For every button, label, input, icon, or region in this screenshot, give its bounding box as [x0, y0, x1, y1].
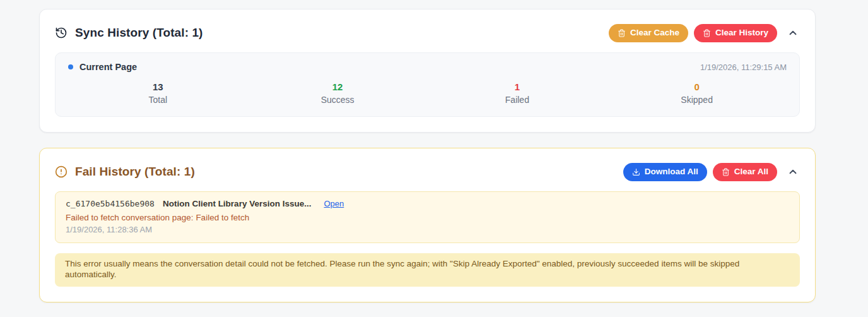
blue-dot-icon: [68, 64, 73, 69]
chevron-up-icon: [787, 166, 799, 177]
fail-history-title: Fail History (Total: 1): [75, 165, 195, 179]
fail-item: c_6170e5b4156be908 Notion Client Library…: [55, 191, 800, 243]
clear-all-label: Clear All: [734, 167, 768, 176]
collapse-sync-history-button[interactable]: [786, 26, 800, 40]
scope-indicator: Current Page: [68, 62, 137, 72]
fail-timestamp: 1/19/2026, 11:28:36 AM: [66, 225, 789, 234]
stat-total-value: 13: [68, 81, 248, 92]
clear-cache-label: Clear Cache: [630, 28, 679, 37]
clear-all-button[interactable]: Clear All: [713, 163, 777, 181]
fail-history-card: Fail History (Total: 1) Download All: [39, 148, 816, 302]
current-page-panel: Current Page 1/19/2026, 11:29:15 AM 13 T…: [55, 52, 800, 117]
sync-timestamp: 1/19/2026, 11:29:15 AM: [700, 63, 787, 72]
sync-stats-row: 13 Total 12 Success 1 Failed 0 Skipped: [68, 81, 787, 105]
download-all-label: Download All: [645, 167, 698, 176]
history-icon: [55, 27, 67, 39]
current-page-panel-header: Current Page 1/19/2026, 11:29:15 AM: [68, 62, 787, 72]
trash-icon: [618, 29, 626, 37]
chevron-up-icon: [787, 27, 799, 39]
download-all-button[interactable]: Download All: [623, 163, 707, 181]
open-link[interactable]: Open: [324, 199, 344, 208]
stat-failed: 1 Failed: [428, 81, 607, 105]
clear-cache-button[interactable]: Clear Cache: [609, 24, 688, 42]
stat-skipped-value: 0: [607, 81, 787, 92]
stat-success-value: 12: [248, 81, 428, 92]
fail-item-header-line: c_6170e5b4156be908 Notion Client Library…: [66, 199, 789, 208]
stat-failed-label: Failed: [428, 95, 607, 105]
clear-history-button[interactable]: Clear History: [694, 24, 777, 42]
conversation-id: c_6170e5b4156be908: [66, 199, 155, 208]
download-icon: [632, 168, 640, 176]
collapse-fail-history-button[interactable]: [786, 165, 800, 179]
sync-history-title: Sync History (Total: 1): [75, 26, 203, 40]
sync-history-title-group: Sync History (Total: 1): [55, 26, 203, 40]
trash-icon: [703, 29, 711, 37]
fail-history-title-group: Fail History (Total: 1): [55, 165, 195, 179]
sync-history-card: Sync History (Total: 1) Clear Cache: [39, 9, 816, 133]
clear-history-label: Clear History: [715, 28, 768, 37]
sync-history-actions: Clear Cache Clear History: [609, 24, 800, 42]
fail-history-actions: Download All Clear All: [623, 163, 800, 181]
stat-skipped: 0 Skipped: [607, 81, 787, 105]
trash-icon: [722, 168, 730, 176]
sync-history-header: Sync History (Total: 1) Clear Cache: [55, 23, 800, 42]
stat-total-label: Total: [68, 95, 248, 105]
alert-circle-icon: [55, 165, 67, 178]
scope-label: Current Page: [79, 62, 137, 72]
fail-error-message: Failed to fetch conversation page: Faile…: [66, 213, 789, 222]
stat-success: 12 Success: [248, 81, 428, 105]
fail-history-header: Fail History (Total: 1) Download All: [55, 162, 800, 181]
conversation-title: Notion Client Library Version Issue...: [163, 199, 312, 208]
page: Sync History (Total: 1) Clear Cache: [0, 0, 868, 302]
stat-success-label: Success: [248, 95, 428, 105]
stat-failed-value: 1: [428, 81, 607, 92]
error-explanation-note: This error usually means the conversatio…: [55, 253, 800, 287]
stat-skipped-label: Skipped: [607, 95, 787, 105]
stat-total: 13 Total: [68, 81, 248, 105]
